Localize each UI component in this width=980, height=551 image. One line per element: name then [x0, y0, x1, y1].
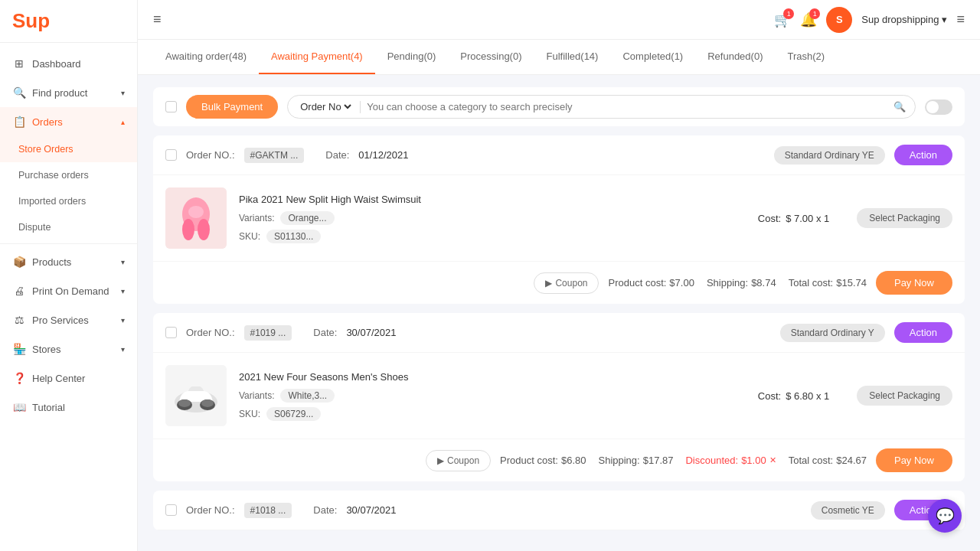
bulk-payment-button[interactable]: Bulk Payment: [186, 95, 278, 119]
variant-label: Variants:: [239, 213, 274, 223]
product-info: 2021 New Four Seasons Men's Shoes Varian…: [239, 371, 746, 421]
cost-label: Cost:: [758, 213, 781, 224]
tab-pending[interactable]: Pending(0): [375, 40, 449, 74]
select-all-checkbox[interactable]: [165, 101, 177, 112]
variant-row: Variants: White,3...: [239, 389, 746, 403]
sidebar-item-print-on-demand[interactable]: 🖨 Print On Demand ▾: [0, 276, 137, 305]
product-cost-item: Product cost: $6.80: [500, 455, 586, 466]
order-header: Order NO.: #GAKTM ... Date: 01/12/2021 S…: [153, 135, 965, 175]
tab-trash[interactable]: Trash(2): [775, 40, 837, 74]
sidebar-item-label: Imported orders: [18, 196, 86, 207]
svg-point-10: [201, 399, 214, 407]
sidebar-item-imported-orders[interactable]: Imported orders: [0, 188, 137, 214]
order-no-label: Order NO.:: [186, 327, 235, 338]
discounted-item: Discounted: $1.00 ✕: [685, 455, 776, 466]
select-packaging-button[interactable]: Select Packaging: [857, 386, 952, 406]
sidebar-item-dashboard[interactable]: ⊞ Dashboard: [0, 49, 137, 78]
svg-point-9: [178, 399, 191, 407]
cart-icon[interactable]: 🛒 1: [774, 11, 791, 28]
svg-point-4: [188, 206, 204, 218]
remove-discount-icon[interactable]: ✕: [769, 455, 776, 465]
chevron-right-icon: ▶: [545, 278, 552, 289]
order-checkbox[interactable]: [165, 504, 177, 516]
shipping-cost-item: Shipping: $8.74: [707, 277, 776, 289]
chevron-down-icon: ▾: [121, 316, 125, 324]
product-name: Pika 2021 New Split High Waist Swimsuit: [239, 194, 746, 205]
sidebar-item-orders[interactable]: 📋 Orders ▴: [0, 107, 137, 136]
tab-processing[interactable]: Processing(0): [448, 40, 534, 74]
sidebar-item-pro-services[interactable]: ⚖ Pro Services ▾: [0, 305, 137, 334]
product-cost-label: Product cost:: [608, 277, 666, 289]
chevron-down-icon: ▾: [942, 14, 947, 25]
sidebar-item-find-product[interactable]: 🔍 Find product ▾: [0, 78, 137, 107]
product-cost-value: $6.80: [561, 455, 586, 466]
order-date: 30/07/2021: [346, 327, 396, 338]
orders-content: Bulk Payment Order No 🔍 Order NO.: #GAKT…: [138, 75, 980, 551]
chevron-down-icon: ▾: [121, 89, 125, 97]
pay-now-button[interactable]: Pay Now: [876, 448, 952, 472]
chat-bubble[interactable]: 💬: [928, 499, 962, 533]
product-cost-item: Product cost: $7.00: [608, 277, 694, 289]
sidebar-item-help-center[interactable]: ❓ Help Center: [0, 364, 137, 393]
chevron-up-icon: ▴: [121, 118, 125, 126]
tab-awaiting-order[interactable]: Awaiting order(48): [153, 40, 259, 74]
order-date: 01/12/2021: [358, 149, 408, 161]
shipping-value: $8.74: [751, 277, 776, 289]
order-checkbox[interactable]: [165, 149, 177, 161]
notification-badge: 1: [809, 8, 820, 19]
order-action-button[interactable]: Action: [894, 145, 952, 165]
order-header: Order NO.: #1019 ... Date: 30/07/2021 St…: [153, 313, 965, 353]
stores-icon: 🏪: [12, 342, 26, 356]
svg-point-3: [198, 219, 210, 240]
tab-completed[interactable]: Completed(1): [610, 40, 695, 74]
order-status: Standard Ordinary YE: [774, 146, 885, 165]
hamburger-icon[interactable]: ≡: [153, 11, 162, 28]
sidebar-item-purchase-orders[interactable]: Purchase orders: [0, 162, 137, 188]
pay-now-button[interactable]: Pay Now: [876, 271, 952, 295]
order-action-button[interactable]: Action: [894, 322, 952, 343]
total-label: Total cost:: [789, 455, 834, 466]
search-icon[interactable]: 🔍: [893, 101, 906, 112]
search-input[interactable]: [367, 101, 887, 112]
tab-refunded[interactable]: Refunded(0): [695, 40, 775, 74]
order-checkbox[interactable]: [165, 327, 177, 338]
toggle-switch[interactable]: [925, 99, 952, 115]
menu-icon[interactable]: ≡: [956, 11, 965, 28]
sidebar-item-label: Find product: [32, 87, 87, 99]
sidebar-item-label: Help Center: [32, 373, 85, 384]
coupon-button[interactable]: ▶ Coupon: [426, 450, 491, 471]
sidebar-item-tutorial[interactable]: 📖 Tutorial: [0, 393, 137, 422]
shipping-value: $17.87: [643, 455, 674, 466]
help-icon: ❓: [12, 371, 26, 385]
topbar: ≡ 🛒 1 🔔 1 S Sup dropshipping ▾ ≡: [138, 0, 980, 40]
tutorial-icon: 📖: [12, 400, 26, 414]
order-number: #GAKTM ...: [244, 148, 305, 163]
order-no-label: Order NO.:: [186, 504, 235, 516]
search-icon: 🔍: [12, 86, 26, 99]
discounted-value: $1.00: [741, 455, 766, 466]
total-value: $15.74: [836, 277, 867, 289]
sku-value: S06729...: [266, 407, 321, 421]
sidebar-item-dispute[interactable]: Dispute: [0, 214, 137, 240]
coupon-button[interactable]: ▶ Coupon: [534, 272, 599, 294]
tab-awaiting-payment[interactable]: Awaiting Payment(4): [259, 40, 375, 74]
user-name[interactable]: Sup dropshipping ▾: [861, 14, 947, 25]
tab-fulfilled[interactable]: Fulfilled(14): [534, 40, 611, 74]
variant-row: Variants: Orange...: [239, 211, 746, 225]
search-area: Order No 🔍: [287, 95, 916, 119]
sidebar-item-store-orders[interactable]: Store Orders: [0, 136, 137, 162]
select-packaging-button[interactable]: Select Packaging: [857, 208, 952, 228]
order-card: Order NO.: #1018 ... Date: 30/07/2021 Co…: [153, 491, 965, 530]
total-value: $24.67: [836, 455, 867, 466]
sku-value: S01130...: [266, 230, 321, 243]
sidebar-item-stores[interactable]: 🏪 Stores ▾: [0, 334, 137, 364]
product-meta: Variants: White,3... SKU: S06729...: [239, 389, 746, 421]
sidebar-item-products[interactable]: 📦 Products ▾: [0, 247, 137, 276]
variant-label: Variants:: [239, 390, 274, 401]
product-cost-label: Product cost:: [500, 455, 558, 466]
bell-icon[interactable]: 🔔 1: [800, 11, 817, 28]
search-category-select[interactable]: Order No: [297, 100, 354, 113]
total-label: Total cost:: [789, 277, 834, 289]
order-number: #1018 ...: [244, 503, 292, 518]
date-label: Date:: [313, 327, 337, 338]
